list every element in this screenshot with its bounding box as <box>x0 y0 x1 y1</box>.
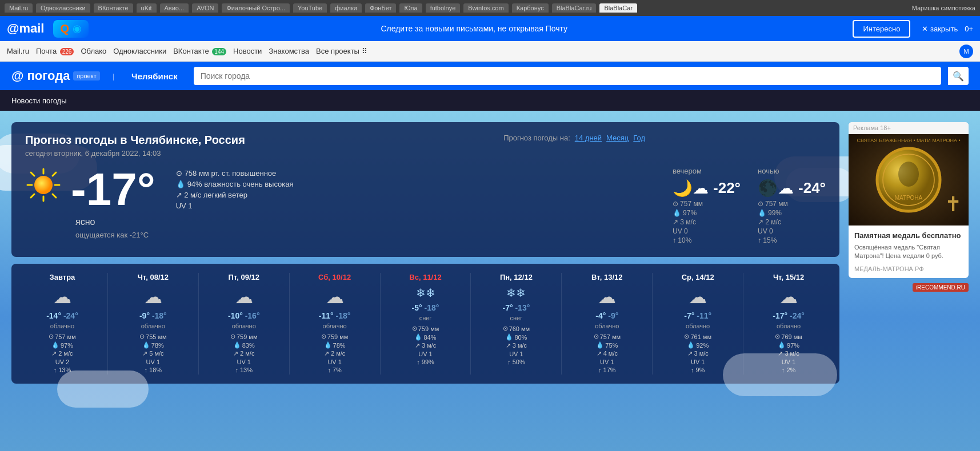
today-main: -17° ясно ощущается как -21°C ⊙ 758 мм р… <box>25 167 826 245</box>
forecast-precip: ↑ 99% <box>383 359 469 365</box>
mailru-interesting-button[interactable]: Интересно <box>853 20 910 38</box>
tab-yula[interactable]: Юла <box>399 3 422 13</box>
ni-uv-val: UV 0 <box>758 227 773 235</box>
tab-avio[interactable]: Авио... <box>160 3 189 13</box>
nav-ok[interactable]: Одноклассники <box>113 47 166 55</box>
forecast-day-icon: ☁ <box>292 286 378 308</box>
nav-vk[interactable]: ВКонтакте 144 <box>173 47 226 55</box>
forecast-pressure: ⊙759 мм <box>292 333 378 340</box>
mailru-logo[interactable]: @mail <box>7 21 44 36</box>
forecast-pressure: ⊙757 мм <box>19 333 105 340</box>
svg-text:МАТРОНА: МАТРОНА <box>895 195 923 201</box>
ad-description: Освящённая медаль "Святая Матрона"! Цена… <box>854 243 963 261</box>
forecast-day-0[interactable]: Завтра ☁ -14° -24° облачно ⊙757 мм 💧97% … <box>17 273 108 375</box>
today-wind: ↗ 2 м/с легкий ветер <box>176 191 294 199</box>
forecast-wind: ↗ 3 м/с <box>473 342 559 349</box>
forecast-condition: облачно <box>292 323 378 329</box>
forecast-precip: ↑ 17% <box>564 367 650 373</box>
night-pressure: ⊙ 757 мм <box>758 200 826 208</box>
today-pressure: ⊙ 758 мм рт. ст. повышенное <box>176 169 294 178</box>
forecast-condition: облачно <box>201 323 287 329</box>
forecast-uv: UV 1 <box>292 359 378 365</box>
browser-user: Маришка симпотяжка <box>912 5 975 11</box>
forecast-precip: ↑ 9% <box>655 367 741 373</box>
ni-wind-val: ↗ 2 м/с <box>758 218 781 226</box>
forecast-pressure: ⊙759 мм <box>201 333 287 340</box>
forecast-day-3[interactable]: Сб, 10/12 ☁ -11° -18° облачно ⊙759 мм 💧7… <box>290 273 381 375</box>
night-precip: ↑ 15% <box>758 236 826 244</box>
forecast-precip: ↑ 18% <box>110 367 196 373</box>
forecast-day-name: Пн, 12/12 <box>473 273 559 281</box>
today-condition: ясно <box>75 217 155 227</box>
tab-ok[interactable]: Одноклассники <box>36 3 90 13</box>
pogoda-city[interactable]: Челябинск <box>131 71 178 81</box>
nav-pochta[interactable]: Почта 226 <box>36 47 74 55</box>
forecast-day-7[interactable]: Ср, 14/12 ☁ -7° -11° облачно ⊙761 мм 💧92… <box>653 273 743 375</box>
ni-pressure-val: 757 мм <box>765 200 788 208</box>
forecast-links-label: Прогноз погоды на: <box>503 134 570 142</box>
forecast-day-1[interactable]: Чт, 08/12 ☁ -9° -18° облачно ⊙755 мм 💧78… <box>108 273 199 375</box>
nav-znakomstva[interactable]: Знакомства <box>269 47 309 55</box>
pogoda-search-button[interactable]: 🔍 <box>948 67 969 85</box>
tab-futb[interactable]: futbolnye <box>426 3 461 13</box>
forecast-month-link[interactable]: Месяц <box>606 134 629 142</box>
forecast-day-8[interactable]: Чт, 15/12 ☁ -17° -24° облачно ⊙769 мм 💧9… <box>743 273 834 375</box>
ev-hum-icon: 💧 <box>673 209 681 217</box>
tab-fialki[interactable]: фиалки <box>330 3 362 13</box>
pogoda-logo[interactable]: @ погода проект <box>11 69 100 83</box>
night-humidity: 💧 99% <box>758 209 826 217</box>
pogoda-search-input[interactable] <box>194 67 941 85</box>
forecast-year-link[interactable]: Год <box>633 134 645 142</box>
ev-wind-val: ↗ 3 м/с <box>673 218 696 226</box>
today-uv: UV 1 <box>176 202 294 210</box>
forecast-precip: ↑ 13% <box>19 367 105 373</box>
today-title: Прогноз погоды в Челябинске, Россия <box>25 134 826 147</box>
forecast-wind: ↗ 4 м/с <box>564 350 650 357</box>
tab-karbonus[interactable]: Карбонус <box>512 3 549 13</box>
forecast-temps: -5° -18° <box>383 303 469 312</box>
forecast-humidity: 💧97% <box>746 341 831 349</box>
news-bar: Новости погоды <box>0 90 980 111</box>
recommend-area: iRECOMMEND.RU <box>849 283 969 291</box>
tab-bwintos[interactable]: Bwintos.com <box>463 3 508 13</box>
nav-oblako[interactable]: Облако <box>81 47 106 55</box>
tab-blablacar1[interactable]: BlaBlaCar.ru <box>552 3 597 13</box>
nav-news[interactable]: Новости <box>233 47 262 55</box>
browser-toolbar: Mail.ru Одноклассники ВКонтакте uKit Ави… <box>0 0 980 16</box>
tab-mail[interactable]: Mail.ru <box>5 3 33 13</box>
svg-line-6 <box>53 172 56 176</box>
forecast-day-5[interactable]: Пн, 12/12 ❄❄ -7° -13° снег ⊙760 мм 💧80% … <box>471 273 562 375</box>
forecast-wind: ↗ 3 м/с <box>746 350 831 357</box>
tab-fial[interactable]: Фиалочный Остро... <box>222 3 289 13</box>
forecast-day-2[interactable]: Пт, 09/12 ☁ -10° -16° облачно ⊙759 мм 💧8… <box>199 273 290 375</box>
tab-yt[interactable]: YouTube <box>293 3 327 13</box>
tab-vk[interactable]: ВКонтакте <box>94 3 133 13</box>
forecast-condition: облачно <box>746 323 831 329</box>
nav-mailru[interactable]: Mail.ru <box>7 47 29 55</box>
uv-value: UV 1 <box>176 202 193 210</box>
nav-all-projects[interactable]: Все проекты ⠿ <box>316 47 367 55</box>
forecast-day-6[interactable]: Вт, 13/12 ☁ -4° -9° облачно ⊙757 мм 💧75%… <box>562 273 653 375</box>
forecast-14days-link[interactable]: 14 дней <box>575 134 602 142</box>
ni-precip-val: ↑ 15% <box>758 236 777 244</box>
forecast-temps: -17° -24° <box>746 311 831 320</box>
tab-fonbet[interactable]: ФонБет <box>365 3 397 13</box>
forecast-day-4[interactable]: Вс, 11/12 ❄❄ -5° -18° снег ⊙759 мм 💧84% … <box>381 273 471 375</box>
forecast-uv: UV 1 <box>110 359 196 365</box>
tab-ukit[interactable]: uKit <box>137 3 157 13</box>
tab-avon[interactable]: AVON <box>192 3 218 13</box>
news-bar-label: Новости погоды <box>11 96 67 105</box>
forecast-condition: облачно <box>110 323 196 329</box>
evening-icon: 🌙☁ <box>673 179 709 198</box>
forecast-uv: UV 1 <box>655 359 741 365</box>
evening-section: вечером 🌙☁ -22° ⊙ 757 мм 💧 <box>673 167 741 245</box>
mailru-close-button[interactable]: ✕ закрыть <box>922 25 958 33</box>
ad-image[interactable]: МАТРОНА ✝ СВЯТАЯ БЛАЖЕННАЯ • МАТИ МАТРОН… <box>849 134 969 226</box>
mailru-qr-badge[interactable]: Q ◉ <box>53 20 89 38</box>
tab-blablacar2[interactable]: BlaBlaCar <box>599 3 637 13</box>
ad-source: МЕДАЛЬ-МАТРОНА.РФ <box>854 265 963 272</box>
forecast-pressure: ⊙755 мм <box>110 333 196 340</box>
forecast-condition: снег <box>383 315 469 321</box>
forecast-day-name: Пт, 09/12 <box>201 273 287 281</box>
nav-avatar[interactable]: М <box>959 45 973 58</box>
